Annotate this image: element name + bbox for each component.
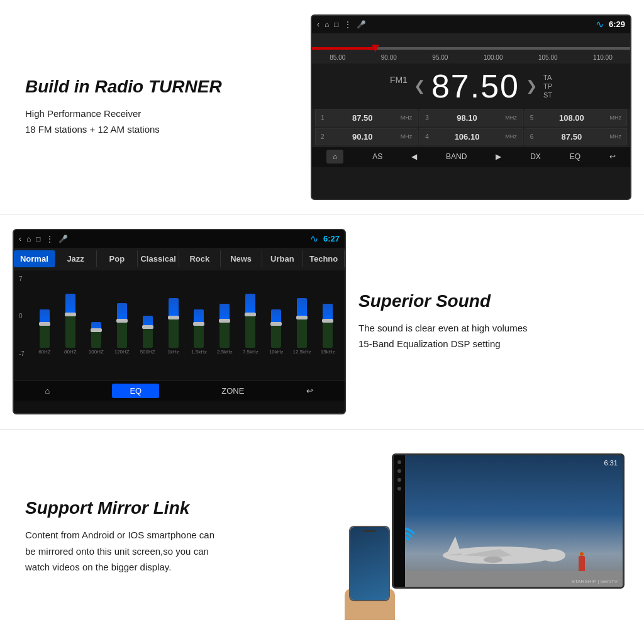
sound-section: ‹ ⌂ □ ⋮ 🎤 ∿ 6:27 Normal Jazz Pop (0, 214, 644, 429)
eq-band-12_5khz[interactable]: 12.5kHz (290, 298, 314, 355)
preset-3[interactable]: 398.10MHz (419, 109, 522, 126)
square-icon[interactable]: □ (334, 20, 338, 29)
eq-zone-button[interactable]: ZONE (221, 386, 244, 396)
preset-6[interactable]: 687.50MHz (525, 128, 627, 145)
radio-dx-button[interactable]: DX (530, 152, 541, 161)
eq-mode-urban[interactable]: Urban (262, 250, 304, 267)
radio-prev-button[interactable]: ◀ (411, 152, 417, 161)
eq-mode-classical[interactable]: Classical (138, 250, 179, 267)
mirror-visual: 6:31 STARSHIP | GemTV (341, 453, 625, 620)
eq-band-1khz[interactable]: 1kHz (162, 298, 186, 355)
back-icon[interactable]: ‹ (317, 20, 319, 29)
eq-band-2_5khz[interactable]: 2.5kHz (213, 304, 236, 355)
radio-freq-bar: 85.00 90.00 95.00 100.00 105.00 110.00 (312, 33, 630, 64)
eq-square-icon[interactable]: □ (36, 235, 40, 243)
eq-label-500hz: 500HZ (140, 349, 155, 355)
eq-eq-button[interactable]: EQ (112, 384, 159, 398)
eq-band-10khz[interactable]: 10kHz (264, 309, 288, 355)
svg-marker-3 (446, 536, 462, 555)
eq-screen-wrap: ‹ ⌂ □ ⋮ 🎤 ∿ 6:27 Normal Jazz Pop (13, 229, 346, 414)
eq-band-7_5khz[interactable]: 7.5kHz (238, 294, 262, 355)
eq-label-15khz: 15kHz (321, 349, 335, 355)
radio-back-button[interactable]: ↩ (609, 152, 616, 161)
radio-eq-button[interactable]: EQ (570, 152, 580, 161)
radio-text-block: Build in Radio TURNER High Performance R… (13, 70, 311, 144)
eq-mic-icon[interactable]: 🎤 (58, 235, 68, 243)
eq-mode-pop[interactable]: Pop (97, 250, 138, 267)
eq-mode-news[interactable]: News (221, 250, 262, 267)
eq-band-500hz[interactable]: 500HZ (136, 316, 160, 355)
eq-band-15khz[interactable]: 15kHz (316, 304, 340, 355)
radio-screen: ‹ ⌂ □ ⋮ 🎤 ∿ 6:29 (311, 14, 631, 200)
mic-icon[interactable]: 🎤 (357, 20, 366, 29)
bluetooth-time: ∿ 6:29 (596, 18, 625, 30)
freq-down-arrow[interactable]: ❮ (414, 78, 425, 94)
mirror-desc: Content from Android or IOS smartphone c… (25, 527, 322, 575)
eq-label-10khz: 10kHz (269, 349, 284, 355)
sound-text-block: Superior Sound The sound is clear even a… (346, 285, 631, 358)
eq-band-120hz[interactable]: 120HZ (110, 303, 134, 355)
radio-presets: 187.50MHz 398.10MHz 5108.00MHz 290.10MHz… (312, 109, 630, 146)
radio-next-button[interactable]: ▶ (496, 152, 501, 161)
radio-band-button[interactable]: BAND (446, 152, 467, 161)
page: Build in Radio TURNER High Performance R… (0, 0, 644, 644)
eq-label-7_5khz: 7.5kHz (243, 349, 258, 355)
eq-scale-top: 7 (19, 275, 33, 282)
menu-icon[interactable]: ⋮ (344, 20, 352, 29)
mirror-section: Support Mirror Link Content from Android… (0, 430, 644, 644)
eq-home-button[interactable]: ⌂ (45, 386, 50, 396)
eq-mode-buttons: Normal Jazz Pop Classical Rock News Urba… (14, 248, 345, 270)
eq-band-60hz[interactable]: 60HZ (33, 309, 57, 355)
eq-band-80hz[interactable]: 80HZ (58, 294, 82, 355)
radio-top-bar: ‹ ⌂ □ ⋮ 🎤 ∿ 6:29 (312, 16, 630, 33)
eq-scale-mid: 0 (19, 313, 33, 319)
preset-4[interactable]: 4106.10MHz (419, 128, 522, 145)
sound-title: Superior Sound (358, 291, 619, 311)
eq-mode-normal[interactable]: Normal (14, 250, 55, 267)
eq-scale-bot: -7 (19, 350, 33, 357)
eq-time: 6:27 (323, 234, 340, 243)
home-icon[interactable]: ⌂ (325, 20, 329, 29)
preset-5[interactable]: 5108.00MHz (525, 109, 627, 126)
eq-label-60hz: 60HZ (38, 349, 51, 355)
radio-main-display: FM1 ❮ 87.50 ❯ TA TP ST (312, 64, 630, 109)
freq-up-arrow[interactable]: ❯ (526, 78, 537, 94)
radio-home-button[interactable]: ⌂ (326, 150, 343, 164)
eq-menu-icon[interactable]: ⋮ (46, 235, 53, 243)
eq-top-bar: ‹ ⌂ □ ⋮ 🎤 ∿ 6:27 (14, 230, 345, 248)
eq-label-2_5khz: 2.5kHz (217, 349, 233, 355)
tp-label: TP (543, 82, 552, 90)
preset-2[interactable]: 290.10MHz (315, 128, 418, 145)
freq-labels: 85.00 90.00 95.00 100.00 105.00 110.00 (312, 54, 630, 61)
preset-1[interactable]: 187.50MHz (315, 109, 418, 126)
radio-band: FM1 (390, 64, 408, 85)
st-label: ST (543, 91, 552, 99)
radio-title: Build in Radio TURNER (25, 77, 298, 97)
phone-body (349, 526, 390, 601)
eq-bands-area: 7 0 -7 60HZ (14, 270, 345, 380)
radio-freq-value: 87.50 (431, 67, 519, 105)
eq-screen: ‹ ⌂ □ ⋮ 🎤 ∿ 6:27 Normal Jazz Pop (13, 229, 346, 414)
eq-label-1khz: 1kHz (167, 349, 179, 355)
eq-bands: 60HZ 80HZ (33, 275, 340, 357)
eq-mode-jazz[interactable]: Jazz (55, 250, 97, 267)
eq-band-100hz[interactable]: 100HZ (84, 322, 108, 355)
eq-band-1_5khz[interactable]: 1.5kHz (187, 309, 211, 355)
mirror-watermark: STARSHIP | GemTV (572, 579, 618, 584)
mirror-time: 6:31 (604, 459, 618, 467)
eq-label-80hz: 80HZ (64, 349, 77, 355)
mirror-screen-wrap: 6:31 STARSHIP | GemTV (335, 453, 631, 620)
eq-mode-techno[interactable]: Techno (303, 250, 345, 267)
eq-home-icon[interactable]: ⌂ (26, 235, 31, 243)
eq-label-120hz: 120HZ (114, 349, 130, 355)
eq-back-icon[interactable]: ‹ (19, 235, 21, 243)
svg-point-5 (484, 557, 502, 563)
bluetooth-icon: ∿ (596, 18, 604, 30)
eq-mode-rock[interactable]: Rock (179, 250, 221, 267)
eq-back-button[interactable]: ↩ (306, 386, 313, 396)
radio-as-button[interactable]: AS (372, 152, 382, 161)
radio-section: Build in Radio TURNER High Performance R… (0, 0, 644, 214)
mirror-title: Support Mirror Link (25, 498, 322, 518)
freq-marker (372, 45, 379, 52)
radio-screen-wrap: ‹ ⌂ □ ⋮ 🎤 ∿ 6:29 (311, 14, 631, 200)
